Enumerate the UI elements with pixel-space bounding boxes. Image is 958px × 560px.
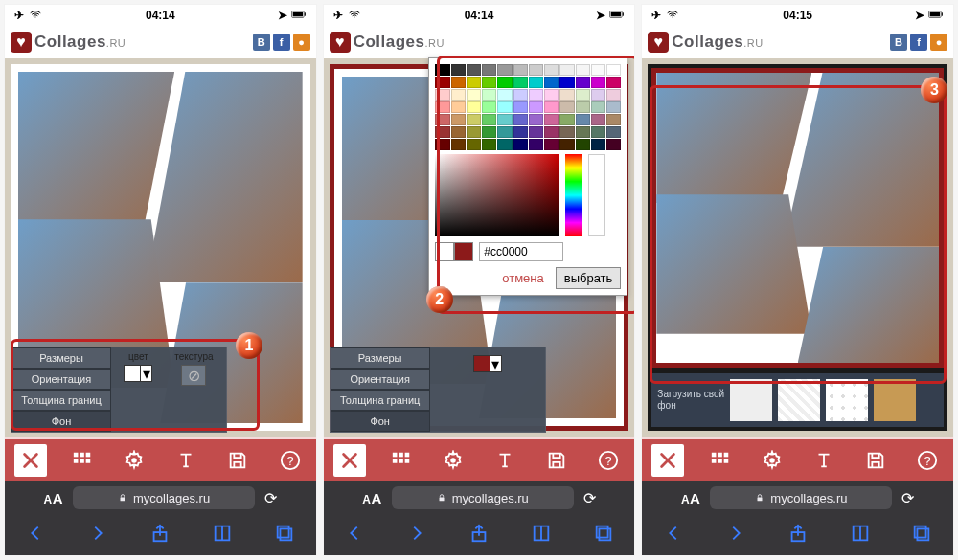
swatch[interactable]: [451, 101, 466, 113]
swatch[interactable]: [451, 126, 466, 138]
tab-border[interactable]: Толщина границ: [11, 390, 111, 411]
share-button[interactable]: [468, 523, 490, 548]
swatch[interactable]: [467, 114, 481, 125]
reload-icon[interactable]: ⟳: [901, 489, 914, 507]
alpha-slider[interactable]: [588, 154, 605, 236]
swatch[interactable]: [435, 126, 449, 138]
swatch[interactable]: [559, 89, 574, 101]
swatch[interactable]: [497, 114, 512, 125]
settings-button[interactable]: [118, 444, 150, 477]
swatch[interactable]: [591, 64, 605, 76]
swatch[interactable]: [576, 77, 590, 88]
close-button[interactable]: [14, 444, 47, 477]
brand-logo[interactable]: ♥ Collages.RU: [648, 32, 763, 53]
help-button[interactable]: ?: [911, 444, 944, 477]
swatch[interactable]: [559, 101, 574, 113]
back-button[interactable]: [663, 523, 684, 548]
social-fb[interactable]: f: [273, 34, 290, 51]
text-button[interactable]: [808, 444, 840, 477]
collage-slot[interactable]: [147, 72, 303, 282]
swatch[interactable]: [497, 139, 512, 150]
swatch[interactable]: [451, 114, 466, 125]
tab-size[interactable]: Размеры: [331, 347, 430, 369]
swatch[interactable]: [497, 126, 512, 138]
social-vk[interactable]: B: [253, 34, 270, 51]
swatch[interactable]: [529, 64, 543, 76]
swatch[interactable]: [482, 126, 496, 138]
swatch[interactable]: [482, 77, 496, 88]
texture-thumb[interactable]: [730, 379, 772, 421]
swatch[interactable]: [482, 139, 496, 150]
bookmarks-button[interactable]: [531, 523, 552, 548]
close-button[interactable]: [651, 444, 684, 477]
swatch[interactable]: [606, 126, 621, 138]
brand-logo[interactable]: ♥ Collages.RU: [330, 32, 445, 53]
swatch[interactable]: [467, 64, 481, 76]
swatch[interactable]: [482, 114, 496, 125]
upload-bg-button[interactable]: Загрузить свой фон: [657, 379, 724, 421]
swatch[interactable]: [482, 89, 496, 101]
collage-slot[interactable]: [784, 73, 939, 247]
swatch[interactable]: [467, 126, 481, 138]
swatch[interactable]: [497, 64, 512, 76]
swatch[interactable]: [529, 77, 543, 88]
swatch[interactable]: [451, 77, 466, 88]
swatch[interactable]: [544, 89, 559, 101]
swatch[interactable]: [451, 89, 466, 101]
swatch[interactable]: [482, 64, 496, 76]
preset-swatches[interactable]: [435, 64, 621, 150]
layouts-button[interactable]: [704, 444, 737, 477]
swatch[interactable]: [544, 139, 559, 150]
swatch[interactable]: [544, 64, 559, 76]
choose-button[interactable]: выбрать: [556, 267, 622, 289]
swatch[interactable]: [544, 101, 559, 113]
settings-button[interactable]: [437, 444, 469, 477]
swatch[interactable]: [497, 89, 512, 101]
swatch[interactable]: [513, 139, 528, 150]
swatch[interactable]: [435, 139, 449, 150]
color-swatch-button[interactable]: ▾: [124, 365, 152, 382]
url-box[interactable]: mycollages.ru: [73, 486, 255, 509]
forward-button[interactable]: [87, 523, 108, 548]
swatch[interactable]: [591, 77, 605, 88]
swatch[interactable]: [451, 139, 466, 150]
hue-slider[interactable]: [565, 154, 582, 236]
share-button[interactable]: [787, 523, 809, 548]
swatch[interactable]: [529, 139, 543, 150]
swatch[interactable]: [606, 114, 621, 125]
collage-slot[interactable]: [798, 247, 939, 363]
swatch[interactable]: [576, 101, 590, 113]
url-box[interactable]: mycollages.ru: [710, 486, 892, 509]
swatch[interactable]: [513, 77, 528, 88]
swatch[interactable]: [591, 139, 605, 150]
text-size-button[interactable]: AA: [362, 490, 382, 506]
save-button[interactable]: [859, 444, 892, 477]
share-button[interactable]: [149, 523, 171, 548]
bookmarks-button[interactable]: [212, 523, 233, 548]
social-ok[interactable]: ●: [293, 34, 310, 51]
swatch[interactable]: [435, 101, 449, 113]
swatch[interactable]: [435, 89, 449, 101]
hex-input[interactable]: [479, 242, 563, 261]
forward-button[interactable]: [406, 523, 427, 548]
swatch[interactable]: [529, 114, 543, 125]
layouts-button[interactable]: [385, 444, 418, 477]
cancel-button[interactable]: отмена: [502, 271, 543, 285]
swatch[interactable]: [559, 139, 574, 150]
swatch[interactable]: [513, 64, 528, 76]
texture-thumb[interactable]: [874, 379, 916, 421]
texture-thumb[interactable]: [826, 379, 868, 421]
swatch[interactable]: [544, 77, 559, 88]
swatch[interactable]: [606, 89, 621, 101]
settings-button[interactable]: [756, 444, 788, 477]
swatch[interactable]: [467, 139, 481, 150]
swatch[interactable]: [513, 126, 528, 138]
tab-orientation[interactable]: Ориентация: [331, 369, 430, 390]
tab-background[interactable]: Фон: [331, 411, 430, 432]
tabs-button[interactable]: [911, 523, 932, 548]
tab-orientation[interactable]: Ориентация: [11, 369, 111, 390]
forward-button[interactable]: [725, 523, 746, 548]
text-button[interactable]: [170, 444, 202, 477]
text-size-button[interactable]: AA: [681, 490, 701, 506]
save-button[interactable]: [221, 444, 254, 477]
